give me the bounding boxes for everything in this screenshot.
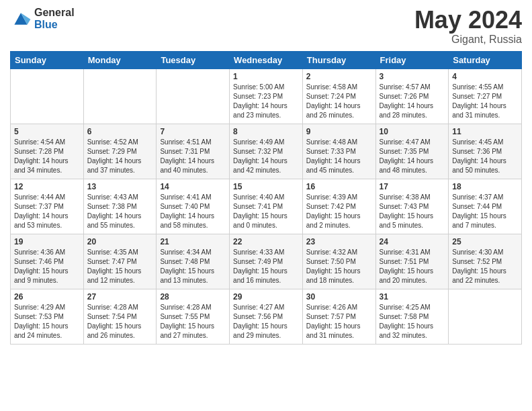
table-row: 5Sunrise: 4:54 AMSunset: 7:28 PMDaylight… — [11, 124, 84, 179]
calendar-week-4: 26Sunrise: 4:29 AMSunset: 7:53 PMDayligh… — [11, 289, 522, 344]
table-row: 31Sunrise: 4:25 AMSunset: 7:58 PMDayligh… — [375, 289, 449, 344]
table-row: 18Sunrise: 4:37 AMSunset: 7:44 PMDayligh… — [449, 179, 522, 234]
col-thursday: Thursday — [302, 51, 375, 68]
day-info: Sunrise: 4:44 AMSunset: 7:37 PMDaylight:… — [14, 193, 80, 230]
day-number: 7 — [160, 127, 226, 136]
day-number: 13 — [87, 182, 153, 191]
day-info: Sunrise: 4:36 AMSunset: 7:46 PMDaylight:… — [14, 248, 80, 285]
day-number: 9 — [306, 127, 372, 136]
day-info: Sunrise: 4:58 AMSunset: 7:24 PMDaylight:… — [306, 83, 372, 120]
day-number: 29 — [233, 292, 299, 302]
day-number: 31 — [380, 292, 445, 302]
calendar-week-2: 12Sunrise: 4:44 AMSunset: 7:37 PMDayligh… — [11, 179, 522, 234]
day-info: Sunrise: 4:52 AMSunset: 7:29 PMDaylight:… — [87, 138, 153, 175]
col-tuesday: Tuesday — [157, 51, 230, 68]
day-info: Sunrise: 4:25 AMSunset: 7:58 PMDaylight:… — [380, 303, 445, 340]
table-row: 15Sunrise: 4:40 AMSunset: 7:41 PMDayligh… — [230, 179, 303, 234]
day-number: 25 — [452, 237, 518, 246]
day-info: Sunrise: 4:30 AMSunset: 7:52 PMDaylight:… — [452, 248, 518, 285]
day-number: 1 — [233, 72, 299, 81]
day-info: Sunrise: 4:34 AMSunset: 7:48 PMDaylight:… — [160, 248, 226, 285]
day-number: 19 — [14, 237, 80, 246]
day-number: 5 — [14, 127, 80, 136]
table-row: 19Sunrise: 4:36 AMSunset: 7:46 PMDayligh… — [11, 234, 84, 289]
day-number: 11 — [452, 127, 518, 136]
table-row: 2Sunrise: 4:58 AMSunset: 7:24 PMDaylight… — [302, 68, 375, 124]
day-info: Sunrise: 4:57 AMSunset: 7:26 PMDaylight:… — [380, 83, 445, 120]
table-row: 7Sunrise: 4:51 AMSunset: 7:31 PMDaylight… — [157, 124, 230, 179]
logo-icon — [10, 9, 32, 28]
day-info: Sunrise: 4:28 AMSunset: 7:54 PMDaylight:… — [87, 303, 153, 340]
table-row — [83, 68, 157, 124]
day-number: 14 — [160, 182, 226, 191]
table-row: 3Sunrise: 4:57 AMSunset: 7:26 PMDaylight… — [375, 68, 449, 124]
day-number: 4 — [452, 72, 518, 81]
col-wednesday: Wednesday — [230, 51, 303, 68]
day-info: Sunrise: 4:48 AMSunset: 7:33 PMDaylight:… — [306, 138, 372, 175]
table-row: 24Sunrise: 4:31 AMSunset: 7:51 PMDayligh… — [375, 234, 449, 289]
page: General Blue May 2024 Gigant, Russia Sun… — [0, 0, 532, 411]
table-row: 28Sunrise: 4:28 AMSunset: 7:55 PMDayligh… — [157, 289, 230, 344]
table-row: 6Sunrise: 4:52 AMSunset: 7:29 PMDaylight… — [83, 124, 157, 179]
day-info: Sunrise: 4:45 AMSunset: 7:36 PMDaylight:… — [452, 138, 518, 175]
logo-blue-text: Blue — [34, 19, 75, 31]
col-sunday: Sunday — [11, 51, 84, 68]
day-info: Sunrise: 4:37 AMSunset: 7:44 PMDaylight:… — [452, 193, 518, 230]
table-row: 26Sunrise: 4:29 AMSunset: 7:53 PMDayligh… — [11, 289, 84, 344]
day-info: Sunrise: 4:40 AMSunset: 7:41 PMDaylight:… — [233, 193, 299, 230]
day-info: Sunrise: 4:54 AMSunset: 7:28 PMDaylight:… — [14, 138, 80, 175]
day-info: Sunrise: 4:39 AMSunset: 7:42 PMDaylight:… — [306, 193, 372, 230]
table-row: 21Sunrise: 4:34 AMSunset: 7:48 PMDayligh… — [157, 234, 230, 289]
calendar-week-3: 19Sunrise: 4:36 AMSunset: 7:46 PMDayligh… — [11, 234, 522, 289]
table-row: 27Sunrise: 4:28 AMSunset: 7:54 PMDayligh… — [83, 289, 157, 344]
table-row: 14Sunrise: 4:41 AMSunset: 7:40 PMDayligh… — [157, 179, 230, 234]
day-number: 24 — [380, 237, 445, 246]
day-number: 15 — [233, 182, 299, 191]
day-info: Sunrise: 4:55 AMSunset: 7:27 PMDaylight:… — [452, 83, 518, 120]
table-row: 17Sunrise: 4:38 AMSunset: 7:43 PMDayligh… — [375, 179, 449, 234]
day-info: Sunrise: 4:35 AMSunset: 7:47 PMDaylight:… — [87, 248, 153, 285]
day-info: Sunrise: 4:27 AMSunset: 7:56 PMDaylight:… — [233, 303, 299, 340]
day-number: 20 — [87, 237, 153, 246]
day-number: 22 — [233, 237, 299, 246]
day-number: 12 — [14, 182, 80, 191]
day-info: Sunrise: 4:47 AMSunset: 7:35 PMDaylight:… — [380, 138, 445, 175]
day-number: 6 — [87, 127, 153, 136]
calendar-week-1: 5Sunrise: 4:54 AMSunset: 7:28 PMDaylight… — [11, 124, 522, 179]
day-number: 23 — [306, 237, 372, 246]
day-info: Sunrise: 5:00 AMSunset: 7:23 PMDaylight:… — [233, 83, 299, 120]
day-number: 8 — [233, 127, 299, 136]
table-row: 10Sunrise: 4:47 AMSunset: 7:35 PMDayligh… — [375, 124, 449, 179]
table-row: 1Sunrise: 5:00 AMSunset: 7:23 PMDaylight… — [230, 68, 303, 124]
day-info: Sunrise: 4:28 AMSunset: 7:55 PMDaylight:… — [160, 303, 226, 340]
calendar-table: Sunday Monday Tuesday Wednesday Thursday… — [10, 51, 522, 345]
table-row — [449, 289, 522, 344]
day-number: 21 — [160, 237, 226, 246]
table-row: 25Sunrise: 4:30 AMSunset: 7:52 PMDayligh… — [449, 234, 522, 289]
day-info: Sunrise: 4:33 AMSunset: 7:49 PMDaylight:… — [233, 248, 299, 285]
day-info: Sunrise: 4:38 AMSunset: 7:43 PMDaylight:… — [380, 193, 445, 230]
table-row: 9Sunrise: 4:48 AMSunset: 7:33 PMDaylight… — [302, 124, 375, 179]
table-row: 8Sunrise: 4:49 AMSunset: 7:32 PMDaylight… — [230, 124, 303, 179]
day-info: Sunrise: 4:41 AMSunset: 7:40 PMDaylight:… — [160, 193, 226, 230]
table-row: 30Sunrise: 4:26 AMSunset: 7:57 PMDayligh… — [302, 289, 375, 344]
day-number: 10 — [380, 127, 445, 136]
table-row: 23Sunrise: 4:32 AMSunset: 7:50 PMDayligh… — [302, 234, 375, 289]
calendar-header-row: Sunday Monday Tuesday Wednesday Thursday… — [11, 51, 522, 68]
logo-general-text: General — [34, 7, 75, 19]
day-number: 17 — [380, 182, 445, 191]
table-row: 13Sunrise: 4:43 AMSunset: 7:38 PMDayligh… — [83, 179, 157, 234]
day-number: 3 — [380, 72, 445, 81]
header: General Blue May 2024 Gigant, Russia — [10, 7, 522, 46]
col-friday: Friday — [375, 51, 449, 68]
logo-text: General Blue — [34, 7, 75, 30]
day-number: 2 — [306, 72, 372, 81]
logo: General Blue — [10, 7, 75, 30]
day-info: Sunrise: 4:51 AMSunset: 7:31 PMDaylight:… — [160, 138, 226, 175]
day-info: Sunrise: 4:31 AMSunset: 7:51 PMDaylight:… — [380, 248, 445, 285]
table-row: 22Sunrise: 4:33 AMSunset: 7:49 PMDayligh… — [230, 234, 303, 289]
table-row: 29Sunrise: 4:27 AMSunset: 7:56 PMDayligh… — [230, 289, 303, 344]
table-row: 16Sunrise: 4:39 AMSunset: 7:42 PMDayligh… — [302, 179, 375, 234]
table-row — [11, 68, 84, 124]
location: Gigant, Russia — [414, 34, 522, 46]
